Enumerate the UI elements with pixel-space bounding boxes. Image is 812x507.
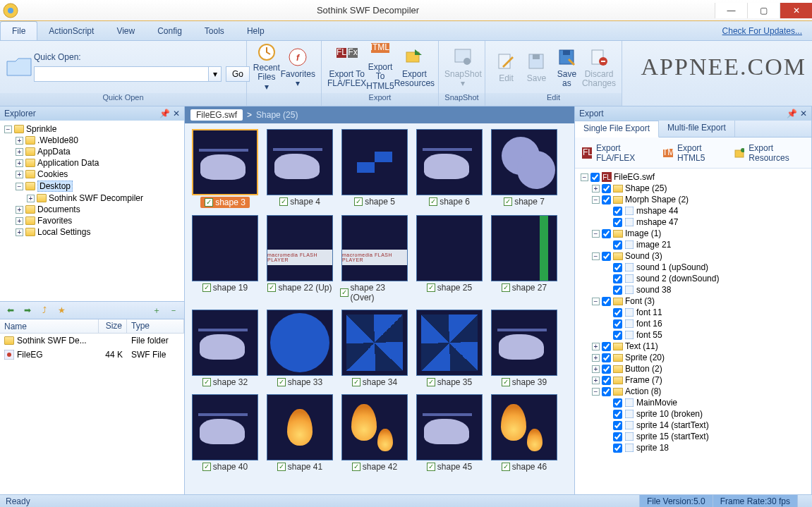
expand-icon[interactable]: − bbox=[4, 126, 12, 133]
menu-help[interactable]: Help bbox=[236, 21, 276, 40]
back-icon[interactable]: ⬅ bbox=[4, 304, 17, 317]
thumbnail[interactable]: ✓shape 3 bbox=[190, 129, 260, 208]
tree-item[interactable]: +Local Settings bbox=[16, 226, 183, 238]
expand-icon[interactable]: − bbox=[592, 252, 600, 260]
tree-checkbox[interactable] bbox=[602, 297, 611, 306]
thumbnail-checkbox[interactable]: ✓ bbox=[427, 463, 435, 471]
expand-icon[interactable]: − bbox=[592, 388, 600, 396]
tree-item[interactable]: sound 38 bbox=[603, 284, 808, 295]
edit-button[interactable]: Edit bbox=[491, 44, 521, 90]
tree-item[interactable]: mshape 44 bbox=[603, 205, 808, 216]
tree-item[interactable]: −Font (3) bbox=[592, 295, 808, 307]
thumbnail-checkbox[interactable]: ✓ bbox=[202, 283, 211, 292]
expand-icon[interactable]: + bbox=[16, 217, 23, 225]
panel-close-icon[interactable]: ✕ bbox=[173, 109, 180, 118]
expand-icon[interactable]: + bbox=[16, 137, 23, 145]
tree-item[interactable]: sprite 10 (broken) bbox=[603, 408, 808, 420]
thumbnail[interactable]: ✓shape 32 bbox=[190, 310, 260, 387]
tree-item[interactable]: −Desktop bbox=[16, 180, 183, 193]
tree-item[interactable]: +Cookies bbox=[16, 169, 183, 180]
tree-item[interactable]: font 16 bbox=[603, 318, 808, 329]
panel-close-icon[interactable]: ✕ bbox=[800, 109, 807, 118]
thumbnail[interactable]: ✓shape 46 bbox=[490, 394, 559, 472]
tree-checkbox[interactable] bbox=[590, 173, 600, 182]
expand-icon[interactable]: − bbox=[592, 196, 600, 204]
pin-icon[interactable]: 📌 bbox=[159, 109, 170, 118]
tree-checkbox[interactable] bbox=[613, 432, 622, 441]
tree-checkbox[interactable] bbox=[613, 308, 622, 317]
export-res-action[interactable]: Export Resources bbox=[734, 143, 804, 163]
minimize-button[interactable]: — bbox=[715, 3, 747, 18]
explorer-tree[interactable]: −Sprinkle +.WebIde80+AppData+Application… bbox=[0, 121, 184, 301]
thumbnail-checkbox[interactable]: ✓ bbox=[427, 378, 435, 386]
menu-actionscript[interactable]: ActionScript bbox=[37, 21, 105, 40]
expand-icon[interactable]: − bbox=[592, 230, 600, 238]
expand-icon[interactable]: + bbox=[592, 185, 600, 193]
tree-item[interactable]: −Image (1) bbox=[592, 228, 808, 239]
thumbnail[interactable]: ✓shape 42 bbox=[340, 394, 409, 472]
thumbnail[interactable]: ✓shape 45 bbox=[415, 394, 484, 472]
expand-icon[interactable]: + bbox=[592, 354, 600, 362]
thumbnail[interactable]: ✓shape 39 bbox=[490, 310, 559, 387]
expand-icon[interactable]: + bbox=[16, 206, 23, 214]
menu-config[interactable]: Config bbox=[146, 21, 193, 40]
thumbnail[interactable]: ✓shape 35 bbox=[415, 310, 484, 387]
tree-item[interactable]: image 21 bbox=[603, 239, 808, 250]
thumbnail[interactable]: ✓shape 40 bbox=[190, 394, 260, 472]
tree-item[interactable]: font 11 bbox=[603, 307, 808, 318]
export-tree[interactable]: −FLFileEG.swf +Shape (25)−Morph Shape (2… bbox=[575, 169, 811, 494]
thumbnail[interactable]: macromedia FLASH PLAYER ✓shape 22 (Up) bbox=[265, 215, 334, 303]
thumbnail-checkbox[interactable]: ✓ bbox=[502, 463, 510, 471]
thumbnail-checkbox[interactable]: ✓ bbox=[502, 283, 510, 292]
tree-item[interactable]: +AppData bbox=[16, 146, 183, 157]
menu-tools[interactable]: Tools bbox=[193, 21, 236, 40]
thumbnail[interactable]: macromedia FLASH PLAYER ✓shape 23 (Over) bbox=[340, 215, 409, 303]
tree-checkbox[interactable] bbox=[613, 286, 622, 295]
pin-icon[interactable]: 📌 bbox=[787, 109, 797, 118]
tree-item[interactable]: +Text (11) bbox=[592, 341, 808, 352]
tab-single-file[interactable]: Single File Export bbox=[575, 121, 659, 138]
tree-item[interactable]: −Morph Shape (2) bbox=[592, 194, 808, 205]
tree-item[interactable]: mshape 47 bbox=[603, 216, 808, 228]
tree-checkbox[interactable] bbox=[613, 319, 622, 329]
tree-item[interactable]: +Sprite (20) bbox=[592, 352, 808, 363]
tab-multi-file[interactable]: Multi-file Export bbox=[659, 121, 735, 137]
quick-open-dropdown[interactable]: ▾ bbox=[209, 66, 222, 82]
tree-item[interactable]: +Shape (25) bbox=[592, 183, 808, 194]
snapshot-button[interactable]: SnapShot▾ bbox=[444, 44, 482, 90]
thumbnail[interactable]: ✓shape 4 bbox=[265, 129, 334, 208]
tree-item[interactable]: −Action (8) bbox=[592, 386, 808, 397]
thumbnail[interactable]: ✓shape 5 bbox=[340, 129, 409, 208]
tree-checkbox[interactable] bbox=[613, 410, 622, 419]
col-size[interactable]: Size bbox=[99, 319, 127, 333]
tree-checkbox[interactable] bbox=[602, 353, 611, 362]
maximize-button[interactable]: ▢ bbox=[747, 3, 780, 18]
tree-checkbox[interactable] bbox=[602, 229, 611, 238]
thumbnail[interactable]: ✓shape 34 bbox=[340, 310, 409, 387]
add-icon[interactable]: ＋ bbox=[150, 304, 163, 317]
export-html5-action[interactable]: HTML5Export HTML5 bbox=[663, 143, 722, 163]
tree-item[interactable]: +.WebIde80 bbox=[16, 135, 183, 146]
thumbnail-checkbox[interactable]: ✓ bbox=[502, 378, 510, 386]
tree-checkbox[interactable] bbox=[613, 240, 622, 250]
expand-icon[interactable]: − bbox=[16, 183, 23, 190]
tree-item[interactable]: +Button (2) bbox=[592, 363, 808, 374]
col-type[interactable]: Type bbox=[127, 319, 184, 333]
tree-checkbox[interactable] bbox=[602, 184, 611, 193]
thumbnail[interactable]: ✓shape 6 bbox=[415, 129, 484, 208]
quick-open-input[interactable] bbox=[34, 66, 209, 82]
expand-icon[interactable]: + bbox=[16, 171, 23, 178]
thumbnail-checkbox[interactable]: ✓ bbox=[354, 197, 363, 206]
tree-item[interactable]: +Application Data bbox=[16, 157, 183, 169]
recent-files-button[interactable]: Recent Files▾ bbox=[253, 44, 281, 90]
star-icon[interactable]: ★ bbox=[55, 304, 68, 317]
tree-item[interactable]: +Documents bbox=[16, 204, 183, 215]
tree-item[interactable]: −Sound (3) bbox=[592, 250, 808, 262]
tree-checkbox[interactable] bbox=[602, 376, 611, 385]
tree-checkbox[interactable] bbox=[613, 263, 622, 272]
tree-checkbox[interactable] bbox=[613, 207, 622, 216]
go-button[interactable]: Go bbox=[226, 66, 250, 82]
thumbnail-checkbox[interactable]: ✓ bbox=[202, 463, 211, 471]
tree-checkbox[interactable] bbox=[613, 421, 622, 430]
remove-icon[interactable]: － bbox=[167, 304, 180, 317]
